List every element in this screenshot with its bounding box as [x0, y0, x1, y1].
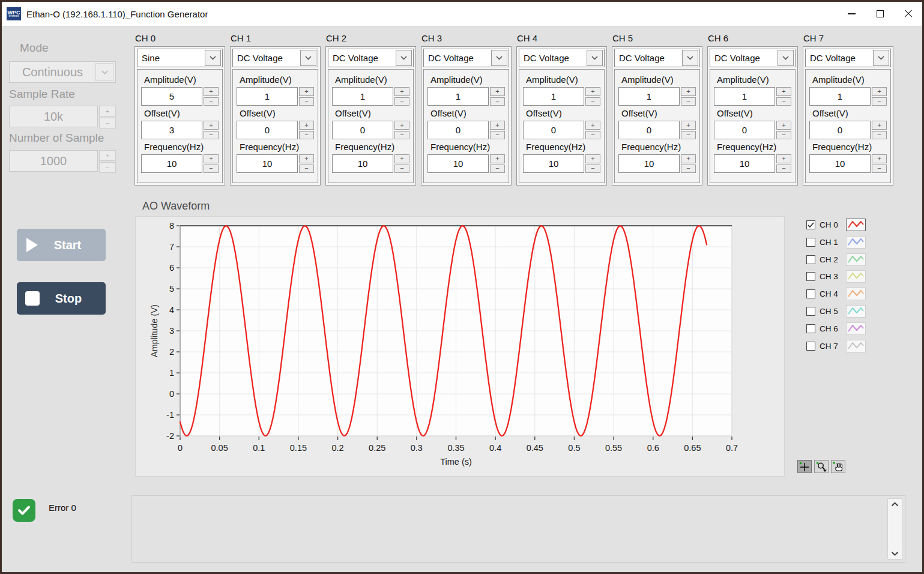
amplitude-input[interactable]: 1 [237, 87, 298, 106]
stop-button[interactable]: Stop [17, 282, 106, 315]
amplitude-spinner-down[interactable]: − [299, 97, 314, 106]
pan-tool-button[interactable] [831, 460, 845, 473]
zoom-tool-button[interactable] [814, 460, 829, 473]
frequency-spinner-down[interactable]: − [872, 165, 887, 174]
offset-input[interactable]: 0 [523, 121, 584, 139]
num-samples-spinner-up[interactable]: + [99, 150, 116, 161]
frequency-spinner-up[interactable]: + [394, 154, 409, 163]
frequency-input[interactable]: 10 [237, 154, 298, 173]
offset-spinner-down[interactable]: − [299, 131, 314, 140]
channel-visibility-checkbox[interactable] [806, 220, 815, 229]
sample-rate-spinner-down[interactable]: − [99, 118, 116, 128]
error-status-indicator[interactable] [13, 499, 35, 522]
offset-spinner-up[interactable]: + [681, 121, 696, 130]
offset-spinner-up[interactable]: + [776, 121, 791, 130]
offset-spinner-up[interactable]: + [490, 121, 505, 130]
frequency-spinner-up[interactable]: + [585, 154, 600, 163]
amplitude-spinner-up[interactable]: + [394, 87, 409, 96]
frequency-spinner-up[interactable]: + [299, 154, 314, 163]
frequency-input[interactable]: 10 [332, 154, 393, 173]
close-button[interactable] [894, 2, 922, 26]
amplitude-spinner-down[interactable]: − [204, 97, 219, 106]
maximize-button[interactable] [866, 2, 894, 26]
amplitude-spinner-up[interactable]: + [872, 87, 887, 96]
offset-spinner-down[interactable]: − [204, 131, 219, 140]
offset-input[interactable]: 3 [141, 121, 202, 139]
amplitude-spinner-down[interactable]: − [490, 97, 505, 106]
offset-input[interactable]: 0 [714, 121, 775, 139]
amplitude-spinner-up[interactable]: + [490, 87, 505, 96]
frequency-spinner-up[interactable]: + [204, 154, 219, 163]
channel-visibility-checkbox[interactable] [806, 324, 815, 333]
amplitude-input[interactable]: 1 [809, 87, 871, 106]
amplitude-input[interactable]: 1 [427, 87, 489, 106]
start-button[interactable]: Start [17, 229, 106, 261]
offset-spinner-up[interactable]: + [299, 121, 314, 130]
frequency-spinner-down[interactable]: − [204, 165, 219, 174]
frequency-input[interactable]: 10 [427, 154, 489, 173]
offset-input[interactable]: 0 [332, 121, 393, 139]
waveform-select[interactable]: DC Voltage [805, 49, 891, 67]
num-samples-input[interactable]: 1000 [9, 150, 98, 172]
offset-spinner-down[interactable]: − [490, 131, 505, 140]
amplitude-input[interactable]: 1 [714, 87, 775, 106]
offset-input[interactable]: 0 [237, 121, 298, 139]
amplitude-spinner-up[interactable]: + [299, 87, 314, 96]
minimize-button[interactable] [838, 2, 866, 26]
amplitude-spinner-down[interactable]: − [681, 97, 696, 106]
chevron-down-icon[interactable] [300, 50, 316, 66]
waveform-select[interactable]: DC Voltage [423, 49, 509, 67]
chevron-down-icon[interactable] [682, 50, 698, 66]
offset-spinner-down[interactable]: − [776, 131, 791, 140]
line-style-swatch[interactable] [846, 236, 866, 249]
offset-input[interactable]: 0 [618, 121, 680, 139]
amplitude-spinner-up[interactable]: + [585, 87, 600, 96]
scroll-down-icon[interactable] [891, 551, 899, 556]
waveform-select[interactable]: DC Voltage [710, 49, 796, 67]
sample-rate-input[interactable]: 10k [9, 106, 98, 127]
amplitude-spinner-down[interactable]: − [585, 97, 600, 106]
offset-spinner-up[interactable]: + [394, 121, 409, 130]
frequency-spinner-down[interactable]: − [585, 165, 600, 174]
offset-spinner-up[interactable]: + [585, 121, 600, 130]
amplitude-input[interactable]: 1 [332, 87, 393, 106]
channel-visibility-checkbox[interactable] [806, 238, 815, 247]
cursor-tool-button[interactable] [797, 460, 812, 473]
line-style-swatch[interactable] [846, 305, 866, 318]
chevron-down-icon[interactable] [778, 50, 794, 66]
channel-visibility-checkbox[interactable] [806, 272, 815, 281]
error-log-scrollbar[interactable] [887, 498, 902, 560]
amplitude-input[interactable]: 5 [141, 87, 202, 106]
chevron-down-icon[interactable] [873, 50, 889, 66]
offset-spinner-up[interactable]: + [204, 121, 219, 130]
amplitude-spinner-down[interactable]: − [776, 97, 791, 106]
offset-input[interactable]: 0 [427, 121, 489, 139]
frequency-input[interactable]: 10 [714, 154, 775, 173]
waveform-select[interactable]: DC Voltage [328, 49, 414, 67]
frequency-spinner-down[interactable]: − [681, 165, 696, 174]
frequency-spinner-up[interactable]: + [776, 154, 791, 163]
frequency-spinner-down[interactable]: − [776, 165, 791, 174]
line-style-swatch[interactable] [846, 270, 866, 283]
offset-spinner-down[interactable]: − [872, 131, 887, 140]
waveform-select[interactable]: DC Voltage [614, 49, 700, 67]
line-style-swatch[interactable] [846, 322, 866, 335]
amplitude-input[interactable]: 1 [523, 87, 584, 106]
chevron-down-icon[interactable] [95, 63, 113, 81]
frequency-spinner-down[interactable]: − [394, 165, 409, 174]
sample-rate-spinner-up[interactable]: + [99, 106, 116, 116]
offset-input[interactable]: 0 [809, 121, 871, 139]
waveform-select[interactable]: Sine [137, 49, 223, 67]
frequency-input[interactable]: 10 [618, 154, 680, 173]
waveform-select[interactable]: DC Voltage [519, 49, 605, 67]
amplitude-input[interactable]: 1 [618, 87, 680, 106]
scroll-up-icon[interactable] [891, 502, 899, 507]
amplitude-spinner-down[interactable]: − [394, 97, 409, 106]
line-style-swatch[interactable] [846, 288, 866, 300]
frequency-spinner-down[interactable]: − [299, 165, 314, 174]
offset-spinner-down[interactable]: − [585, 131, 600, 140]
line-style-swatch[interactable] [846, 253, 866, 266]
channel-visibility-checkbox[interactable] [806, 307, 815, 316]
offset-spinner-up[interactable]: + [872, 121, 887, 130]
offset-spinner-down[interactable]: − [394, 131, 409, 140]
